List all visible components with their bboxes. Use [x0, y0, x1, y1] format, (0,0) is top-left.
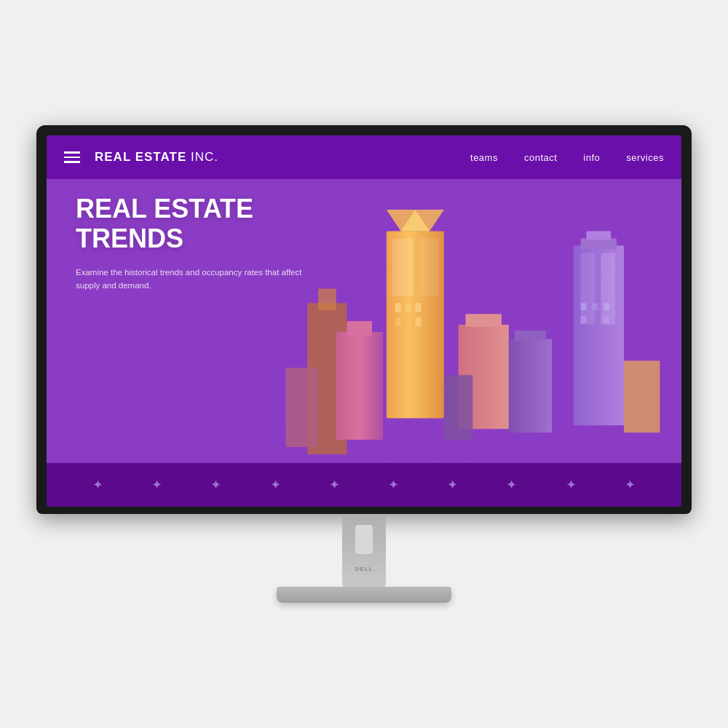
svg-rect-22 — [395, 303, 401, 312]
monitor-base — [277, 587, 451, 603]
monitor-body: REAL ESTATE INC. teams contact info serv… — [36, 125, 692, 514]
logo-bold: REAL ESTATE — [95, 150, 186, 164]
svg-rect-21 — [444, 375, 473, 440]
sparkle-1: ✦ — [92, 477, 103, 493]
svg-rect-11 — [581, 238, 617, 249]
hero-title: REAL ESTATE TRENDS — [76, 194, 309, 254]
monitor-stand-neck — [342, 514, 386, 587]
hero-subtitle: Examine the historical trends and occupa… — [76, 266, 309, 293]
svg-rect-28 — [592, 303, 598, 310]
svg-rect-31 — [604, 316, 609, 323]
svg-rect-30 — [581, 316, 587, 323]
monitor-wrapper: REAL ESTATE INC. teams contact info serv… — [36, 125, 692, 603]
nav-link-services[interactable]: services — [626, 152, 664, 163]
svg-rect-25 — [395, 317, 401, 326]
svg-rect-14 — [347, 321, 372, 336]
sparkle-9: ✦ — [566, 477, 577, 493]
svg-rect-9 — [581, 253, 596, 325]
svg-rect-16 — [466, 314, 502, 327]
svg-rect-20 — [624, 360, 660, 432]
svg-rect-26 — [415, 317, 421, 326]
sparkle-5: ✦ — [329, 477, 340, 493]
sparkle-10: ✦ — [625, 477, 636, 493]
sparkle-6: ✦ — [388, 477, 399, 493]
svg-rect-29 — [604, 303, 609, 310]
navigation-bar: REAL ESTATE INC. teams contact info serv… — [47, 135, 681, 179]
svg-rect-10 — [601, 253, 615, 325]
site-logo: REAL ESTATE INC. — [95, 150, 470, 165]
svg-rect-27 — [581, 303, 587, 310]
logo-light: INC. — [186, 150, 218, 164]
svg-rect-12 — [587, 232, 612, 240]
nav-link-teams[interactable]: teams — [470, 152, 498, 163]
svg-rect-23 — [405, 303, 411, 312]
sparkle-7: ✦ — [447, 477, 458, 493]
sparkle-3: ✦ — [210, 477, 221, 493]
hero-title-line2: TRENDS — [76, 223, 183, 253]
svg-rect-19 — [285, 368, 317, 447]
svg-rect-4 — [392, 238, 414, 296]
svg-rect-17 — [509, 339, 552, 432]
sparkle-8: ✦ — [506, 477, 517, 493]
nav-links: teams contact info services — [470, 152, 664, 163]
hero-title-line1: REAL ESTATE — [76, 194, 253, 223]
svg-rect-24 — [415, 303, 421, 312]
nav-link-contact[interactable]: contact — [524, 152, 557, 163]
svg-rect-2 — [318, 289, 336, 311]
sparkle-2: ✦ — [151, 477, 162, 493]
svg-rect-13 — [336, 332, 383, 440]
svg-rect-18 — [515, 331, 546, 341]
monitor-screen: REAL ESTATE INC. teams contact info serv… — [47, 135, 681, 507]
hamburger-menu[interactable] — [64, 151, 80, 163]
svg-rect-5 — [419, 238, 438, 296]
sparkle-4: ✦ — [270, 477, 281, 493]
bottom-strip: ✦ ✦ ✦ ✦ ✦ ✦ ✦ ✦ ✦ ✦ — [47, 463, 681, 507]
nav-link-info[interactable]: info — [583, 152, 600, 163]
hero-content: REAL ESTATE TRENDS Examine the historica… — [76, 194, 309, 293]
